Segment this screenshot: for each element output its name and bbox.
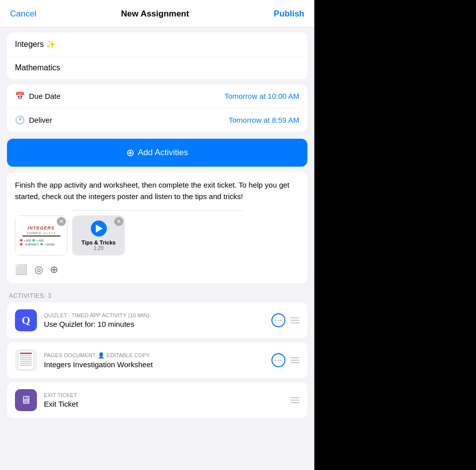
publish-button[interactable]: Publish <box>274 9 304 19</box>
ellipsis-icon: ··· <box>274 356 282 365</box>
pages-line-5 <box>20 363 32 364</box>
pages-line-6 <box>20 365 32 366</box>
deliver-label: 🕐 Deliver <box>15 115 52 125</box>
add-media-icon[interactable]: ⊕ <box>50 263 58 275</box>
exit-info: EXIT TICKET Exit Ticket <box>44 392 283 408</box>
add-activities-button[interactable]: ⊕ Add Activities <box>7 139 307 167</box>
pages-info: PAGES DOCUMENT 👤 EDITABLE COPY Integers … <box>44 352 264 369</box>
pages-name: Integers Investigation Worksheet <box>44 360 264 369</box>
ham-line-2 <box>290 320 299 321</box>
assignment-title: Integers ✨ <box>15 39 56 49</box>
exit-meta: EXIT TICKET <box>44 392 283 398</box>
remove-poster-button[interactable]: ✕ <box>57 217 66 226</box>
integers-poster-thumb[interactable]: INTEGERS EXAMPLE: -3 + 4 = 1 + ADD + ADD… <box>15 216 67 255</box>
play-button[interactable] <box>91 221 107 236</box>
ham-line-1 <box>290 317 299 318</box>
title-subject-card: Integers ✨ Mathematics <box>7 32 307 79</box>
due-date-row[interactable]: 📅 Due Date Tomorrow at 10:00 AM <box>7 84 307 108</box>
pages-line-2 <box>20 357 32 358</box>
ham-line-3 <box>290 402 299 403</box>
pages-line-red <box>20 353 32 354</box>
clock-icon: 🕐 <box>15 115 25 125</box>
exit-ticket-symbol: 🖥 <box>20 394 31 407</box>
ham-line-3 <box>290 322 299 323</box>
quizlet-info: QUIZLET · TIMED APP ACTIVITY (10 MIN) Us… <box>44 312 264 328</box>
due-date-value: Tomorrow at 10:00 AM <box>225 92 299 100</box>
deliver-value: Tomorrow at 8:59 AM <box>229 116 299 124</box>
pages-type: PAGES DOCUMENT <box>44 352 96 358</box>
sub-label: - SUBTRACT <box>24 243 39 246</box>
activities-count-label: ACTIVITIES: 3 <box>7 288 307 302</box>
quizlet-reorder-handle[interactable] <box>290 317 299 323</box>
activity-item-exit: 🖥 EXIT TICKET Exit Ticket <box>7 382 307 418</box>
subject-row[interactable]: Mathematics <box>7 56 307 79</box>
green-dot-add <box>32 239 35 241</box>
notes-text: Finish the app activity and worksheet, t… <box>15 180 299 202</box>
deliver-row[interactable]: 🕐 Deliver Tomorrow at 8:59 AM <box>7 108 307 132</box>
play-icon <box>96 225 103 233</box>
quizlet-meta: QUIZLET · TIMED APP ACTIVITY (10 MIN) <box>44 312 264 318</box>
quizlet-icon: Q <box>15 309 37 331</box>
pages-document-preview <box>18 351 34 370</box>
exit-name: Exit Ticket <box>44 400 283 408</box>
image-icon[interactable]: ⬜ <box>15 263 27 275</box>
ham-line-3 <box>290 362 299 363</box>
ham-line-2 <box>290 360 299 361</box>
editor-toolbar: ⬜ ◎ ⊕ <box>15 262 299 275</box>
add-label2: + ADD <box>36 239 44 242</box>
calendar-icon: 📅 <box>15 91 25 101</box>
separator <box>72 210 242 211</box>
pages-person-icon: 👤 <box>98 352 105 359</box>
div-label: ÷ DIVIDE <box>44 243 55 246</box>
tips-tricks-thumb[interactable]: Tips & Tricks 1:20 ✕ <box>72 216 125 255</box>
header: Cancel New Assignment Publish <box>0 0 314 27</box>
exit-ticket-icon: 🖥 <box>15 389 37 411</box>
pages-icon <box>15 349 37 371</box>
video-duration: 1:20 <box>94 245 103 251</box>
quizlet-options-button[interactable]: ··· <box>271 313 285 327</box>
pages-line-3 <box>20 359 32 360</box>
red-dot-sub <box>20 243 22 245</box>
pages-actions: ··· <box>271 353 299 367</box>
plus-circle-icon: ⊕ <box>126 147 135 159</box>
pages-options-button[interactable]: ··· <box>271 353 285 367</box>
ham-line-1 <box>290 357 299 358</box>
activity-item-quizlet: Q QUIZLET · TIMED APP ACTIVITY (10 MIN) … <box>7 302 307 338</box>
ellipsis-icon: ··· <box>274 316 282 325</box>
number-line <box>22 235 60 236</box>
quizlet-actions: ··· <box>271 313 299 327</box>
due-date-label: 📅 Due Date <box>15 91 60 101</box>
ham-line-1 <box>290 397 299 398</box>
remove-video-button[interactable]: ✕ <box>114 217 123 226</box>
cancel-button[interactable]: Cancel <box>10 9 36 19</box>
modal-title: New Assignment <box>121 9 189 19</box>
pages-line-1 <box>20 355 32 356</box>
notes-card: Finish the app activity and worksheet, t… <box>7 172 307 283</box>
add-activities-label: Add Activities <box>138 148 188 158</box>
add-label: + ADD <box>24 239 31 242</box>
pages-line-4 <box>20 361 32 362</box>
activity-item-pages: PAGES DOCUMENT 👤 EDITABLE COPY Integers … <box>7 342 307 378</box>
integers-poster-title: INTEGERS <box>27 226 54 231</box>
pages-reorder-handle[interactable] <box>290 357 299 363</box>
exit-reorder-handle[interactable] <box>290 397 299 403</box>
modal-container: Cancel New Assignment Publish Integers ✨… <box>0 0 314 470</box>
exit-actions <box>290 397 299 403</box>
poster-subtitle: EXAMPLE: -3 + 4 = 1 <box>27 232 55 235</box>
quizlet-name: Use Quizlet for: 10 minutes <box>44 320 264 328</box>
link-icon[interactable]: ◎ <box>34 263 43 275</box>
assignment-title-row[interactable]: Integers ✨ <box>7 32 307 56</box>
red-dot-add <box>20 239 22 241</box>
green-dot-div <box>40 243 43 245</box>
pages-meta: PAGES DOCUMENT 👤 EDITABLE COPY <box>44 352 264 359</box>
subject-label: Mathematics <box>15 63 60 72</box>
quizlet-logo: Q <box>21 314 30 327</box>
media-row: INTEGERS EXAMPLE: -3 + 4 = 1 + ADD + ADD… <box>15 216 299 255</box>
dates-card: 📅 Due Date Tomorrow at 10:00 AM 🕐 Delive… <box>7 84 307 132</box>
pages-editable-label: EDITABLE COPY <box>107 352 150 358</box>
ham-line-2 <box>290 400 299 401</box>
video-title: Tips & Tricks <box>81 239 115 245</box>
activities-section: ACTIVITIES: 3 Q QUIZLET · TIMED APP ACTI… <box>7 288 307 422</box>
integers-legend: + ADD + ADD - SUBTRACT ÷ DIVIDE <box>20 239 63 246</box>
